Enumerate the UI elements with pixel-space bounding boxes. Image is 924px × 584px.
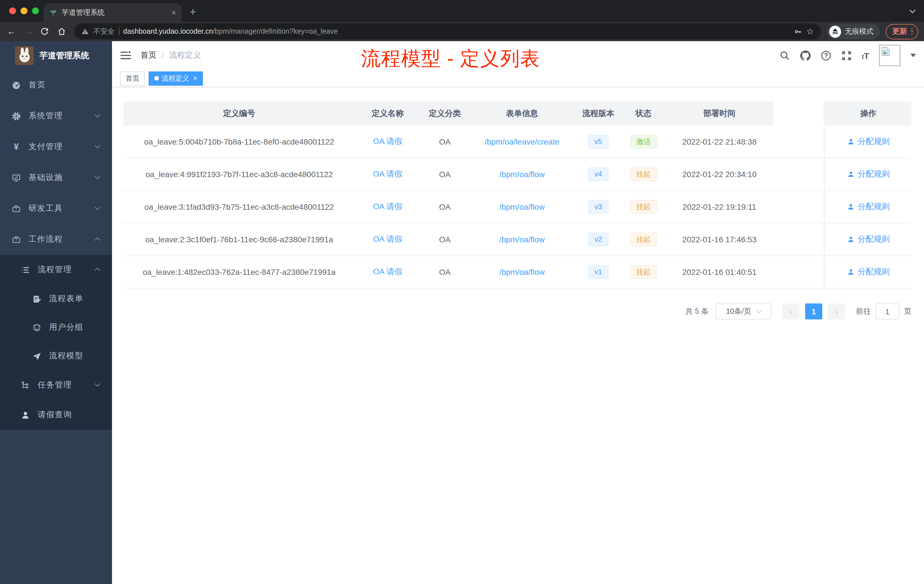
dashboard-icon <box>12 80 21 90</box>
page-1-button[interactable]: 1 <box>805 304 822 319</box>
logo-avatar <box>15 46 34 65</box>
avatar-broken-image[interactable] <box>879 45 901 66</box>
cell-definition-id: oa_leave:5:004b710b-7b8a-11ec-8ef0-acde4… <box>124 137 355 146</box>
forward-button[interactable]: → <box>23 26 34 36</box>
sidebar-item-devtools[interactable]: 研发工具 <box>0 193 112 224</box>
assign-rule-link[interactable]: 分配规则 <box>858 169 890 180</box>
form-link[interactable]: /bpm/oa/flow <box>500 170 545 179</box>
breadcrumb: 首页 / 流程定义 <box>140 50 201 61</box>
browser-menu-icon[interactable] <box>911 28 912 35</box>
new-tab-button[interactable]: + <box>190 6 196 18</box>
sidebar-item-payment[interactable]: ¥ 支付管理 <box>0 132 112 162</box>
assign-rule-link[interactable]: 分配规则 <box>858 137 890 147</box>
toolbox-icon <box>12 204 21 213</box>
sidebar-item-process-form[interactable]: 流程表单 <box>0 285 112 313</box>
search-icon[interactable] <box>779 50 790 61</box>
password-key-icon[interactable] <box>794 27 802 36</box>
page-unit-label: 页 <box>904 306 911 317</box>
chevron-up-icon <box>94 238 100 243</box>
definition-name-link[interactable]: OA 请假 <box>373 267 403 276</box>
version-badge[interactable]: v2 <box>588 233 608 247</box>
tab-title: 芋道管理系统 <box>62 8 167 17</box>
user-icon <box>847 138 855 146</box>
form-link[interactable]: /bpm/oa/leave/create <box>485 137 559 146</box>
sidebar-item-home[interactable]: 首页 <box>0 70 112 101</box>
reload-button[interactable] <box>40 27 51 36</box>
sidebar-item-infra[interactable]: 基础设施 <box>0 162 112 193</box>
font-size-icon[interactable]: tT <box>862 51 869 60</box>
fullscreen-icon[interactable] <box>841 50 852 61</box>
browser-toolbar: ← → 不安全 dashboard.yudao.iocoder.cn /bpm/… <box>0 22 924 41</box>
avatar-caret-icon[interactable] <box>910 54 916 60</box>
sidebar-item-process-model[interactable]: 流程模型 <box>0 342 112 370</box>
form-link[interactable]: /bpm/oa/flow <box>500 235 545 244</box>
sidebar-item-task-mgmt[interactable]: 任务管理 <box>0 370 112 400</box>
security-label[interactable]: 不安全 <box>93 26 115 36</box>
tag-close-icon[interactable]: × <box>193 74 197 82</box>
sidebar-item-label: 首页 <box>28 80 46 90</box>
assign-rule-link[interactable]: 分配规则 <box>858 202 890 212</box>
form-edit-icon <box>32 294 42 304</box>
sidebar-item-system[interactable]: 系统管理 <box>0 101 112 132</box>
form-link[interactable]: /bpm/oa/flow <box>500 202 545 211</box>
page-content: 定义编号 定义名称 定义分类 表单信息 流程版本 状态 部署时间 操作 oa_l… <box>112 87 924 584</box>
scrollbar-gutter <box>774 102 825 126</box>
cell-category: OA <box>421 267 469 277</box>
col-definition-category: 定义分类 <box>421 109 469 119</box>
version-badge[interactable]: v3 <box>588 200 608 214</box>
next-page-button[interactable]: › <box>828 304 845 319</box>
assign-rule-link[interactable]: 分配规则 <box>858 267 890 277</box>
version-badge[interactable]: v4 <box>588 167 608 181</box>
tab-search-chevron-icon[interactable] <box>909 7 916 14</box>
chevron-down-icon <box>94 112 100 117</box>
user-icon <box>847 170 855 178</box>
breadcrumb-home[interactable]: 首页 <box>140 50 157 61</box>
omnibox-divider <box>119 27 119 35</box>
version-badge[interactable]: v1 <box>588 265 608 279</box>
user-icon <box>847 236 855 243</box>
tag-home[interactable]: 首页 <box>120 71 145 86</box>
sidebar-item-label: 流程表单 <box>49 294 83 304</box>
version-badge[interactable]: v5 <box>588 135 608 149</box>
window-zoom-button[interactable] <box>32 7 39 14</box>
window-close-button[interactable] <box>9 7 16 14</box>
sidebar-item-workflow[interactable]: 工作流程 <box>0 224 112 255</box>
sidebar-collapse-icon[interactable] <box>120 51 132 60</box>
home-button[interactable] <box>57 27 69 36</box>
col-deploy-time: 部署时间 <box>665 109 774 119</box>
back-button[interactable]: ← <box>6 26 17 36</box>
address-bar[interactable]: 不安全 dashboard.yudao.iocoder.cn /bpm/mana… <box>74 23 821 40</box>
definition-name-link[interactable]: OA 请假 <box>373 137 403 146</box>
sidebar-item-leave-query[interactable]: 请假查询 <box>0 400 112 430</box>
sidebar-item-process-mgmt[interactable]: 流程管理 <box>0 255 112 285</box>
col-form-info: 表单信息 <box>469 109 575 119</box>
browser-tab[interactable]: 芋道管理系统 × <box>43 3 182 22</box>
browser-update-button[interactable]: 更新 <box>885 24 918 39</box>
assign-rule-link[interactable]: 分配规则 <box>858 234 890 244</box>
cell-deploy-time: 2022-01-22 20:34:10 <box>665 170 774 179</box>
bookmark-star-icon[interactable]: ☆ <box>806 26 814 36</box>
github-icon[interactable] <box>800 50 811 61</box>
gear-icon <box>12 111 21 121</box>
window-minimize-button[interactable] <box>21 7 27 14</box>
sidebar-item-label: 任务管理 <box>38 380 72 390</box>
goto-page-input[interactable]: 1 <box>875 304 899 319</box>
sidebar-item-user-group[interactable]: 用户分组 <box>0 313 112 342</box>
url-path[interactable]: /bpm/manager/definition?key=oa_leave <box>213 27 338 35</box>
tab-close-icon[interactable]: × <box>172 8 176 16</box>
update-label[interactable]: 更新 <box>892 26 907 36</box>
form-link[interactable]: /bpm/oa/flow <box>500 267 545 277</box>
page-size-select[interactable]: 10条/页 <box>715 304 771 319</box>
status-badge: 挂起 <box>630 167 657 181</box>
table-row: oa_leave:2:3c1f0ef1-76b1-11ec-9c66-a2380… <box>124 223 911 256</box>
window-controls[interactable] <box>9 7 39 14</box>
definition-name-link[interactable]: OA 请假 <box>373 234 403 243</box>
sidebar: 芋道管理系统 首页 <box>0 41 112 584</box>
definition-name-link[interactable]: OA 请假 <box>373 202 403 211</box>
definition-name-link[interactable]: OA 请假 <box>373 169 403 178</box>
tag-process-definition[interactable]: 流程定义 × <box>148 71 203 86</box>
help-icon[interactable] <box>820 50 832 61</box>
prev-page-button[interactable]: ‹ <box>782 304 799 319</box>
sidebar-logo[interactable]: 芋道管理系统 <box>0 41 112 70</box>
url-domain[interactable]: dashboard.yudao.iocoder.cn <box>123 27 213 35</box>
